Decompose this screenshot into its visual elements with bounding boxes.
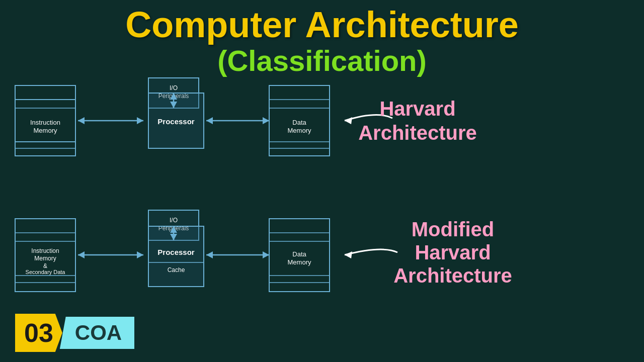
svg-marker-43 (137, 251, 143, 258)
svg-marker-56 (263, 251, 269, 258)
svg-text:Harvard: Harvard (379, 98, 455, 120)
svg-marker-44 (78, 251, 85, 258)
svg-text:Data: Data (292, 250, 306, 258)
svg-marker-57 (206, 251, 213, 258)
svg-rect-12 (148, 78, 199, 108)
svg-rect-45 (148, 210, 199, 240)
svg-marker-65 (345, 251, 352, 258)
svg-text:Processor: Processor (157, 117, 195, 126)
main-title: Computer Architecture (0, 5, 644, 45)
svg-text:Memory: Memory (288, 127, 311, 134)
svg-text:Peripherals: Peripherals (158, 225, 189, 232)
svg-rect-58 (269, 219, 330, 292)
svg-rect-33 (15, 219, 75, 292)
badge-text: COA (60, 317, 134, 349)
svg-marker-54 (170, 234, 177, 240)
svg-text:Cache: Cache (168, 266, 185, 274)
svg-text:Processor: Processor (157, 248, 195, 256)
svg-text:&: & (43, 262, 47, 269)
svg-text:Architecture: Architecture (358, 122, 477, 144)
svg-marker-22 (206, 117, 213, 124)
svg-text:Architecture: Architecture (393, 264, 512, 287)
svg-rect-48 (148, 226, 204, 287)
svg-marker-21 (263, 117, 269, 124)
svg-marker-30 (345, 117, 352, 124)
svg-marker-18 (170, 93, 177, 100)
svg-text:Harvard: Harvard (415, 241, 491, 263)
svg-text:Memory: Memory (34, 127, 57, 134)
svg-marker-19 (170, 102, 177, 108)
svg-rect-2 (15, 85, 75, 156)
svg-text:Modified: Modified (412, 218, 494, 240)
svg-rect-15 (148, 93, 204, 148)
svg-text:Peripherals: Peripherals (158, 93, 189, 100)
svg-text:Secondary Data: Secondary Data (26, 269, 66, 275)
svg-text:Instruction: Instruction (31, 247, 59, 254)
svg-marker-11 (78, 117, 85, 124)
badge-number: 03 (15, 314, 62, 352)
svg-text:Memory: Memory (34, 255, 56, 262)
svg-text:Data: Data (292, 119, 306, 126)
title-section: Computer Architecture (Classification) (0, 5, 644, 77)
svg-marker-53 (170, 226, 177, 233)
svg-text:I/O: I/O (170, 84, 178, 92)
svg-marker-10 (137, 117, 143, 124)
svg-text:Memory: Memory (288, 258, 311, 266)
sub-title: (Classification) (0, 45, 644, 77)
svg-rect-23 (269, 85, 330, 156)
bottom-badge: 03 COA (15, 314, 134, 352)
svg-text:I/O: I/O (170, 217, 178, 224)
svg-text:Instruction: Instruction (30, 119, 60, 126)
